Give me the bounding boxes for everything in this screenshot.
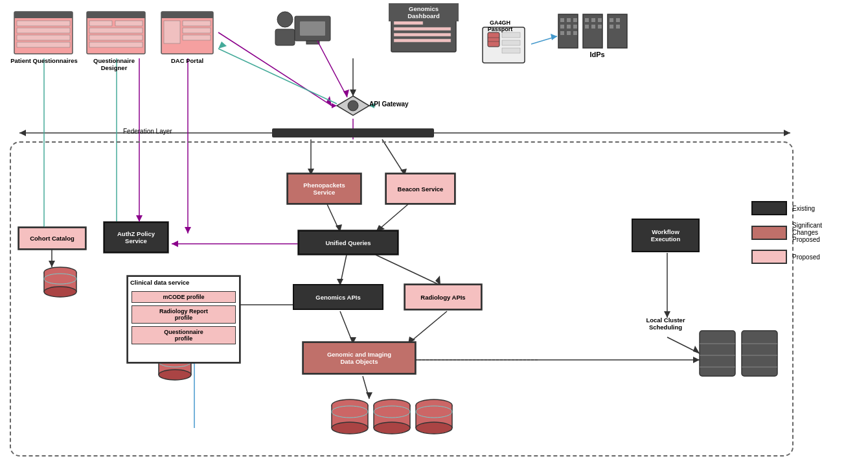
svg-rect-99 bbox=[583, 14, 602, 48]
svg-rect-141 bbox=[502, 40, 520, 45]
svg-rect-107 bbox=[610, 18, 613, 22]
svg-rect-103 bbox=[585, 25, 589, 29]
svg-rect-133 bbox=[394, 27, 451, 30]
svg-marker-170 bbox=[326, 96, 332, 106]
svg-marker-147 bbox=[332, 103, 337, 108]
svg-rect-97 bbox=[567, 31, 571, 35]
svg-rect-140 bbox=[502, 32, 520, 38]
genomics-dashboard-label: GenomicsDashboard bbox=[389, 3, 459, 21]
svg-rect-91 bbox=[567, 18, 571, 22]
svg-rect-5 bbox=[295, 16, 330, 41]
svg-rect-115 bbox=[17, 35, 70, 40]
svg-rect-108 bbox=[616, 18, 620, 22]
svg-rect-128 bbox=[183, 28, 211, 33]
svg-rect-136 bbox=[483, 27, 525, 63]
svg-rect-102 bbox=[598, 18, 602, 22]
svg-rect-92 bbox=[573, 18, 577, 22]
unified-queries-box: Unified Queries bbox=[298, 230, 398, 255]
svg-rect-116 bbox=[17, 42, 70, 47]
questionnaire-designer-label: QuestionnaireDesigner bbox=[82, 57, 146, 71]
svg-rect-4 bbox=[275, 29, 295, 45]
svg-rect-98 bbox=[573, 31, 577, 35]
local-cluster-label: Local ClusterScheduling bbox=[628, 316, 703, 331]
svg-marker-172 bbox=[218, 42, 227, 49]
svg-rect-127 bbox=[183, 21, 211, 26]
svg-rect-135 bbox=[394, 39, 451, 42]
svg-line-173 bbox=[317, 41, 347, 97]
radiology-apis-box: Radiology APIs bbox=[404, 284, 482, 310]
svg-rect-100 bbox=[585, 18, 589, 22]
svg-rect-134 bbox=[394, 33, 451, 36]
svg-rect-7 bbox=[306, 41, 319, 44]
questionnaire-profile: Questionnaireprofile bbox=[131, 326, 236, 344]
legend-significant-changes: SignificantChangesProposed bbox=[751, 222, 862, 243]
legend-proposed: Proposed bbox=[751, 250, 862, 264]
svg-rect-89 bbox=[558, 14, 578, 48]
svg-rect-125 bbox=[161, 12, 213, 18]
svg-rect-93 bbox=[560, 25, 564, 29]
svg-marker-41 bbox=[551, 34, 557, 40]
svg-rect-117 bbox=[87, 12, 145, 54]
svg-rect-113 bbox=[17, 21, 70, 26]
legend: Existing SignificantChangesProposed Prop… bbox=[751, 201, 862, 264]
svg-rect-106 bbox=[608, 14, 627, 48]
svg-line-169 bbox=[218, 32, 332, 106]
svg-marker-143 bbox=[337, 96, 369, 115]
svg-rect-148 bbox=[272, 128, 434, 137]
svg-line-171 bbox=[218, 49, 337, 104]
svg-rect-120 bbox=[115, 21, 143, 26]
cohort-catalog-box: Cohort Catalog bbox=[18, 227, 86, 250]
svg-rect-114 bbox=[17, 28, 70, 33]
svg-marker-1 bbox=[19, 130, 26, 136]
svg-rect-110 bbox=[616, 25, 620, 29]
svg-rect-105 bbox=[598, 25, 602, 29]
svg-rect-6 bbox=[300, 21, 325, 36]
svg-line-40 bbox=[531, 36, 557, 44]
svg-rect-122 bbox=[89, 35, 143, 40]
workflow-execution-box: WorkflowExecution bbox=[632, 219, 700, 252]
svg-rect-104 bbox=[591, 25, 595, 29]
legend-existing: Existing bbox=[751, 201, 862, 215]
patient-questionnaires-label: Patient Questionnaires bbox=[9, 57, 79, 64]
svg-rect-112 bbox=[14, 12, 73, 18]
svg-rect-121 bbox=[89, 28, 143, 33]
svg-marker-174 bbox=[343, 89, 349, 97]
svg-marker-9 bbox=[350, 89, 356, 96]
diagram-container: Patient Questionnaires QuestionnaireDesi… bbox=[0, 0, 868, 463]
ga4gh-passport-label: GA4GHPassport bbox=[477, 19, 523, 32]
svg-marker-2 bbox=[784, 130, 790, 136]
dac-portal-label: DAC Portal bbox=[159, 57, 216, 64]
authz-policy-service-box: AuthZ PolicyService bbox=[104, 222, 168, 253]
svg-rect-142 bbox=[502, 48, 520, 53]
svg-point-3 bbox=[277, 12, 293, 27]
svg-rect-118 bbox=[87, 12, 145, 18]
svg-rect-124 bbox=[161, 12, 213, 54]
svg-rect-109 bbox=[610, 25, 613, 29]
svg-rect-119 bbox=[89, 21, 112, 26]
svg-rect-101 bbox=[591, 18, 595, 22]
radiology-report-profile: Radiology Reportprofile bbox=[131, 305, 236, 324]
svg-rect-111 bbox=[14, 12, 73, 54]
svg-marker-145 bbox=[350, 91, 356, 96]
svg-rect-137 bbox=[488, 32, 499, 47]
svg-rect-94 bbox=[567, 25, 571, 29]
clinical-data-service-box: Clinical data service mCODE profile Radi… bbox=[127, 276, 240, 363]
svg-rect-95 bbox=[573, 25, 577, 29]
svg-rect-96 bbox=[560, 31, 564, 35]
phenopackets-service-box: PhenopacketsService bbox=[287, 173, 361, 204]
genomic-imaging-box: Genomic and ImagingData Objects bbox=[303, 342, 416, 374]
mcode-profile: mCODE profile bbox=[131, 291, 236, 303]
svg-rect-129 bbox=[183, 35, 211, 40]
svg-rect-123 bbox=[89, 42, 143, 47]
svg-rect-126 bbox=[164, 21, 180, 43]
genomics-apis-box: Genomics APIs bbox=[293, 284, 383, 310]
svg-point-144 bbox=[348, 101, 358, 111]
federation-layer-label: Federation Layer bbox=[123, 128, 172, 135]
beacon-service-box: Beacon Service bbox=[385, 173, 455, 204]
api-gateway-label: API Gateway bbox=[369, 101, 409, 108]
idps-label: IdPs bbox=[558, 51, 636, 58]
svg-rect-90 bbox=[560, 18, 564, 22]
